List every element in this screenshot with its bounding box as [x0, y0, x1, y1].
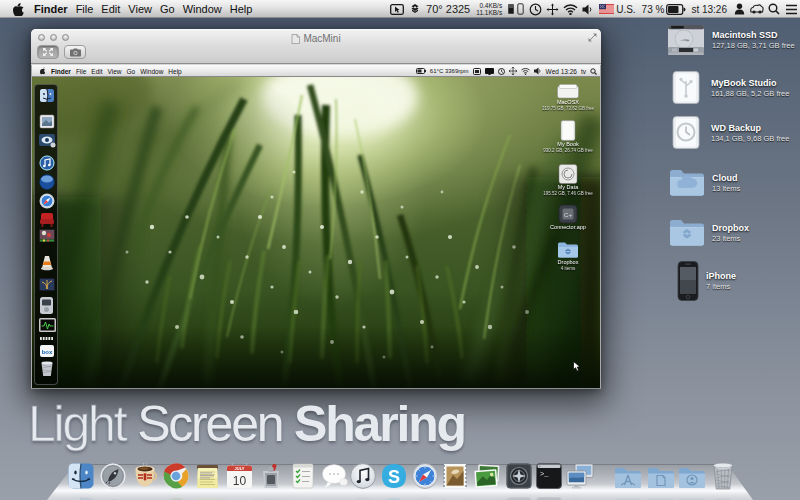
svg-text:box: box [42, 349, 53, 355]
svg-text:C+: C+ [564, 212, 572, 218]
